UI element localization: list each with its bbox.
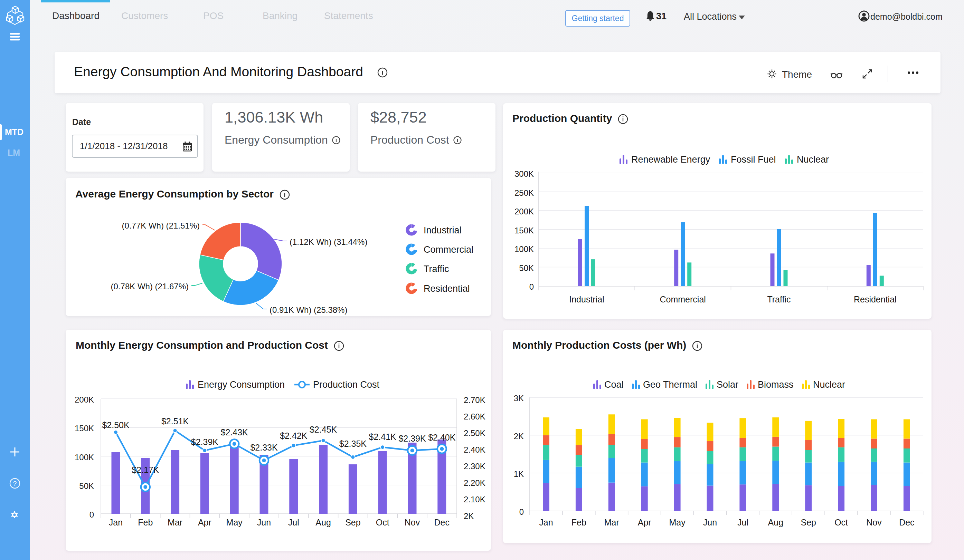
svg-text:(0.91K Wh) (25.38%): (0.91K Wh) (25.38%)	[270, 305, 347, 315]
svg-text:$2.43K: $2.43K	[221, 427, 248, 437]
svg-text:0: 0	[90, 510, 94, 519]
svg-text:$2.42K: $2.42K	[280, 431, 308, 440]
svg-text:Aug: Aug	[768, 518, 783, 527]
svg-text:2.70K: 2.70K	[464, 395, 485, 405]
svg-text:Commercial: Commercial	[660, 294, 706, 304]
svg-text:Sep: Sep	[345, 518, 360, 527]
svg-text:1K: 1K	[514, 469, 524, 479]
svg-text:(1.12K Wh) (31.44%): (1.12K Wh) (31.44%)	[290, 237, 367, 247]
svg-text:150K: 150K	[515, 226, 534, 235]
svg-text:300K: 300K	[515, 169, 534, 179]
svg-text:3K: 3K	[514, 394, 524, 403]
svg-text:Traffic: Traffic	[767, 294, 791, 304]
svg-text:2.10K: 2.10K	[464, 495, 485, 504]
svg-text:50K: 50K	[79, 481, 94, 490]
svg-text:Feb: Feb	[572, 518, 586, 527]
svg-text:Sep: Sep	[801, 518, 816, 527]
svg-text:Jan: Jan	[109, 518, 123, 527]
svg-text:Dec: Dec	[434, 518, 449, 527]
svg-text:Nov: Nov	[405, 518, 420, 527]
svg-text:2.60K: 2.60K	[464, 412, 485, 421]
svg-text:$2.51K: $2.51K	[161, 416, 189, 426]
svg-text:Apr: Apr	[638, 518, 651, 527]
svg-text:2K: 2K	[464, 511, 474, 521]
svg-text:150K: 150K	[75, 424, 94, 433]
svg-text:(0.78K Wh) (21.67%): (0.78K Wh) (21.67%)	[111, 282, 189, 291]
svg-text:Residential: Residential	[854, 294, 897, 304]
svg-text:?: ?	[13, 480, 17, 487]
svg-text:$2.39K: $2.39K	[398, 433, 426, 443]
svg-text:200K: 200K	[515, 207, 534, 216]
svg-text:50K: 50K	[519, 263, 534, 273]
svg-text:0: 0	[529, 282, 534, 291]
svg-text:Jun: Jun	[703, 518, 717, 527]
svg-text:Industrial: Industrial	[569, 294, 604, 304]
svg-text:2.50K: 2.50K	[464, 429, 485, 438]
svg-text:Apr: Apr	[198, 518, 212, 527]
svg-text:(0.77K Wh) (21.51%): (0.77K Wh) (21.51%)	[122, 221, 200, 230]
svg-text:$2.41K: $2.41K	[369, 432, 397, 442]
svg-text:Industrial: Industrial	[423, 225, 462, 235]
svg-text:May: May	[226, 518, 243, 527]
svg-text:$2.17K: $2.17K	[132, 465, 159, 475]
svg-text:$2.35K: $2.35K	[339, 439, 367, 448]
svg-text:$2.50K: $2.50K	[102, 420, 130, 430]
svg-text:0: 0	[519, 507, 524, 516]
svg-text:$2.33K: $2.33K	[250, 443, 278, 452]
svg-text:Traffic: Traffic	[423, 264, 449, 274]
svg-text:2K: 2K	[514, 432, 524, 441]
svg-text:May: May	[669, 518, 686, 527]
svg-text:Jul: Jul	[737, 518, 748, 527]
svg-text:Mar: Mar	[604, 518, 619, 527]
svg-text:100K: 100K	[75, 453, 94, 462]
svg-text:Commercial: Commercial	[423, 244, 473, 255]
svg-text:2.20K: 2.20K	[464, 478, 485, 487]
svg-text:Aug: Aug	[316, 518, 331, 527]
svg-text:Jun: Jun	[257, 518, 271, 527]
svg-text:Dec: Dec	[899, 518, 914, 527]
svg-text:$2.40K: $2.40K	[428, 433, 456, 442]
svg-text:Jul: Jul	[288, 518, 299, 527]
svg-text:Oct: Oct	[834, 518, 848, 527]
svg-text:Feb: Feb	[138, 518, 153, 527]
svg-text:Nov: Nov	[866, 518, 882, 527]
svg-text:250K: 250K	[515, 188, 534, 198]
svg-text:100K: 100K	[515, 244, 534, 254]
svg-text:$2.39K: $2.39K	[191, 437, 219, 447]
svg-text:Mar: Mar	[168, 518, 182, 527]
svg-text:$2.45K: $2.45K	[309, 425, 337, 434]
svg-text:Residential: Residential	[423, 284, 470, 294]
svg-text:200K: 200K	[75, 395, 94, 404]
svg-text:2.30K: 2.30K	[464, 462, 485, 471]
svg-text:Jan: Jan	[539, 518, 553, 527]
svg-text:2.40K: 2.40K	[464, 445, 485, 454]
svg-text:Oct: Oct	[376, 518, 389, 527]
